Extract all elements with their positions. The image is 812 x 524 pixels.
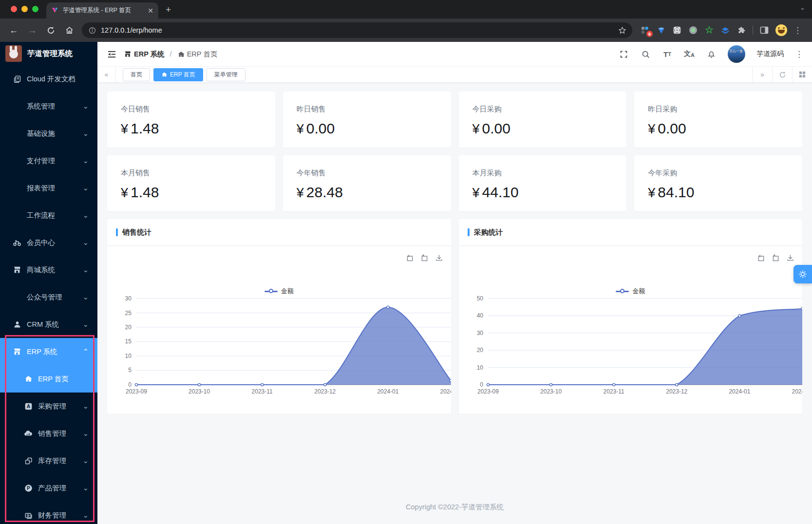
refresh-page-icon[interactable] [772, 67, 792, 82]
sidebar-item-purchase[interactable]: A 采购管理 ⌄ [0, 393, 97, 420]
browser-tab[interactable]: 芋道管理系统 - ERP 首页 ✕ [46, 2, 158, 19]
data-zoom-icon[interactable] [406, 254, 414, 262]
breadcrumb-item-erp-home[interactable]: ERP 首页 [177, 50, 218, 59]
forward-button[interactable]: → [26, 24, 38, 36]
sidebar-item-finance[interactable]: 财务管理 ⌄ [0, 502, 97, 524]
close-window-button[interactable] [11, 6, 17, 12]
svg-text:P: P [27, 486, 30, 491]
reload-button[interactable] [45, 24, 57, 36]
home-button[interactable] [63, 24, 75, 36]
chevron-down-icon: ⌄ [83, 402, 89, 410]
extension-layers-icon[interactable] [720, 25, 730, 35]
site-info-icon[interactable] [89, 27, 96, 34]
purchase-chart-card: 采购统计 [459, 219, 803, 414]
breadcrumb: ERP 系统 / ERP 首页 [124, 50, 217, 59]
url-text[interactable]: 127.0.0.1/erp/home [101, 26, 613, 34]
svg-text:2023-10: 2023-10 [540, 388, 562, 395]
squares-icon [23, 456, 33, 466]
svg-text:0: 0 [128, 381, 132, 388]
sidebar-item-label: 系统管理 [27, 102, 55, 111]
extension-grid-icon[interactable]: 6 [640, 25, 650, 35]
chevron-down-icon: ⌄ [83, 293, 89, 301]
stat-card-month-sales: 本月销售 ¥1.48 [107, 155, 275, 211]
layout-grid-icon[interactable] [792, 67, 812, 82]
stat-card-today-purchase: 今日采购 ¥0.00 [459, 92, 627, 148]
restore-icon[interactable] [772, 254, 780, 262]
collapse-sidebar-icon[interactable] [106, 49, 117, 59]
sidebar-item-mall[interactable]: 商城系统 ⌄ [0, 256, 97, 283]
traffic-lights[interactable] [11, 6, 38, 12]
minimize-window-button[interactable] [21, 6, 28, 12]
chevron-down-icon: ⌄ [83, 157, 89, 165]
svg-text:2023-09: 2023-09 [126, 388, 147, 395]
tag-home[interactable]: 首页 [123, 68, 150, 81]
sidebar-item-product[interactable]: P 产品管理 ⌄ [0, 474, 97, 502]
extension-record-icon[interactable] [688, 25, 698, 35]
sidebar-item-system[interactable]: 系统管理 ⌄ [0, 93, 97, 120]
restore-icon[interactable] [420, 254, 429, 262]
browser-menu-icon[interactable]: ⋮ [793, 25, 802, 36]
sidebar-item-crm[interactable]: CRM 系统 ⌄ [0, 311, 97, 338]
chart-legend[interactable]: 金额 [264, 287, 294, 296]
sidebar-item-member[interactable]: 会员中心 ⌄ [0, 229, 97, 256]
sidebar-item-payment[interactable]: 支付管理 ⌄ [0, 147, 97, 174]
address-bar[interactable]: 127.0.0.1/erp/home [82, 22, 632, 38]
svg-text:20: 20 [476, 347, 483, 354]
sidebar-item-label: 基础设施 [27, 129, 55, 138]
purchase-area-chart[interactable]: 010203040502023-092023-102023-112023-122… [466, 293, 803, 397]
bookmark-star-icon[interactable] [618, 26, 626, 35]
legend-line-marker-icon [264, 289, 278, 294]
side-panel-icon[interactable] [759, 25, 769, 35]
svg-text:40: 40 [476, 312, 483, 319]
stat-value: ¥84.10 [648, 184, 789, 201]
sidebar-item-erp[interactable]: ERP 系统 ⌃ [0, 338, 97, 365]
new-tab-button[interactable]: + [166, 4, 171, 15]
stat-value: ¥44.10 [472, 184, 613, 201]
sidebar-item-label: 销售管理 [38, 429, 66, 438]
font-size-icon[interactable]: TT [662, 49, 673, 59]
document-icon [12, 74, 22, 84]
extension-star-icon[interactable] [704, 25, 714, 35]
data-zoom-icon[interactable] [757, 254, 765, 262]
notification-bell-icon[interactable] [706, 49, 717, 59]
user-avatar[interactable] [728, 45, 745, 63]
fullscreen-icon[interactable] [618, 49, 629, 59]
search-icon[interactable] [640, 49, 651, 59]
sidebar-item-official-account[interactable]: 公众号管理 ⌄ [0, 283, 97, 311]
sidebar-item-report[interactable]: 报表管理 ⌄ [0, 174, 97, 202]
sales-area-chart[interactable]: 0510152025302023-092023-102023-112023-12… [114, 293, 451, 397]
download-icon[interactable] [435, 254, 443, 262]
tags-scroll-right-icon[interactable]: » [752, 67, 772, 82]
chart-legend[interactable]: 金额 [616, 287, 645, 296]
extensions-puzzle-icon[interactable] [736, 25, 746, 35]
svg-text:15: 15 [125, 338, 132, 345]
tab-close-icon[interactable]: ✕ [148, 7, 153, 15]
maximize-window-button[interactable] [32, 6, 38, 12]
window-chevron-down-icon[interactable]: ⌄ [800, 4, 805, 11]
extension-command-icon[interactable] [672, 25, 682, 35]
tag-erp-home[interactable]: ERP 首页 [153, 68, 203, 81]
breadcrumb-item-erp[interactable]: ERP 系统 [124, 50, 165, 59]
sidebar-item-cloud-docs[interactable]: Cloud 开发文档 [0, 65, 97, 93]
sidebar-item-erp-home[interactable]: ERP 首页 [0, 365, 97, 393]
extension-gem-icon[interactable] [656, 25, 666, 35]
stat-card-yesterday-sales: 昨日销售 ¥0.00 [283, 92, 451, 148]
sidebar-item-sales[interactable]: 销售管理 ⌄ [0, 420, 97, 447]
tags-scroll-left-icon[interactable]: « [97, 67, 116, 82]
theme-settings-button[interactable] [793, 265, 812, 283]
app-logo[interactable]: 芋道管理系统 [0, 42, 97, 65]
stat-label: 今日采购 [472, 105, 613, 114]
sidebar-item-workflow[interactable]: 工作流程 ⌄ [0, 202, 97, 229]
legend-line-marker-icon [616, 289, 629, 294]
svg-text:2023-12: 2023-12 [314, 388, 336, 395]
tag-menu-management[interactable]: 菜单管理 [207, 68, 245, 81]
language-icon[interactable]: 文A [684, 49, 695, 59]
browser-profile-avatar[interactable] [775, 24, 787, 36]
favicon [51, 7, 58, 14]
back-button[interactable]: ← [8, 24, 19, 36]
sidebar-item-inventory[interactable]: 库存管理 ⌄ [0, 447, 97, 474]
download-icon[interactable] [786, 254, 794, 262]
tag-bar: « 首页 ERP 首页 菜单管理 » [97, 66, 812, 83]
header-menu-icon[interactable]: ⋮ [795, 49, 803, 59]
sidebar-item-infra[interactable]: 基础设施 ⌄ [0, 120, 97, 147]
